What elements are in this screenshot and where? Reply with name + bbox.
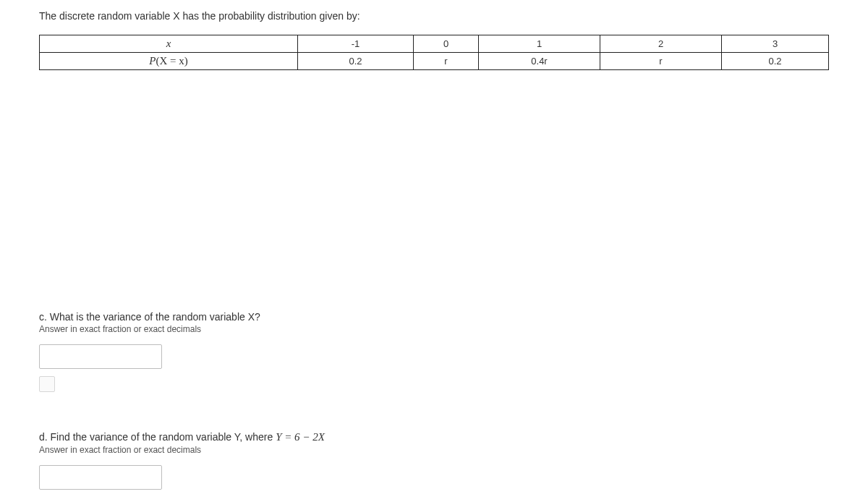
table-row: x -1 0 1 2 3 [40, 35, 829, 53]
answer-input-c[interactable] [39, 344, 162, 369]
distribution-table: x -1 0 1 2 3 P(X = x) 0.2 r 0.4r r 0.2 [39, 35, 829, 70]
question-d-label-text: d. Find the variance of the random varia… [39, 431, 276, 443]
table-row: P(X = x) 0.2 r 0.4r r 0.2 [40, 53, 829, 70]
cell-x-1: 1 [479, 35, 600, 53]
question-c-hint: Answer in exact fraction or exact decima… [39, 324, 545, 334]
cell-x-neg1: -1 [298, 35, 414, 53]
cell-p-3: 0.2 [722, 53, 829, 70]
prompt-text: The discrete random variable X has the p… [39, 10, 829, 22]
submit-box-c[interactable] [39, 376, 55, 392]
question-d-hint: Answer in exact fraction or exact decima… [39, 445, 545, 455]
question-d-label: d. Find the variance of the random varia… [39, 431, 545, 443]
cell-x-0: 0 [414, 35, 479, 53]
question-d: d. Find the variance of the random varia… [39, 431, 545, 490]
cell-x-label: x [40, 35, 298, 53]
question-c: c. What is the variance of the random va… [39, 311, 545, 392]
cell-p-1: 0.4r [479, 53, 600, 70]
cell-prob-label: P(X = x) [40, 53, 298, 70]
cell-x-2: 2 [600, 35, 722, 53]
cell-p-2: r [600, 53, 722, 70]
question-c-label: c. What is the variance of the random va… [39, 311, 545, 323]
cell-x-3: 3 [722, 35, 829, 53]
cell-p-0: r [414, 53, 479, 70]
question-container: The discrete random variable X has the p… [0, 0, 868, 70]
question-d-label-math: Y = 6 − 2X [276, 431, 325, 443]
answer-input-d[interactable] [39, 465, 162, 490]
cell-p-neg1: 0.2 [298, 53, 414, 70]
